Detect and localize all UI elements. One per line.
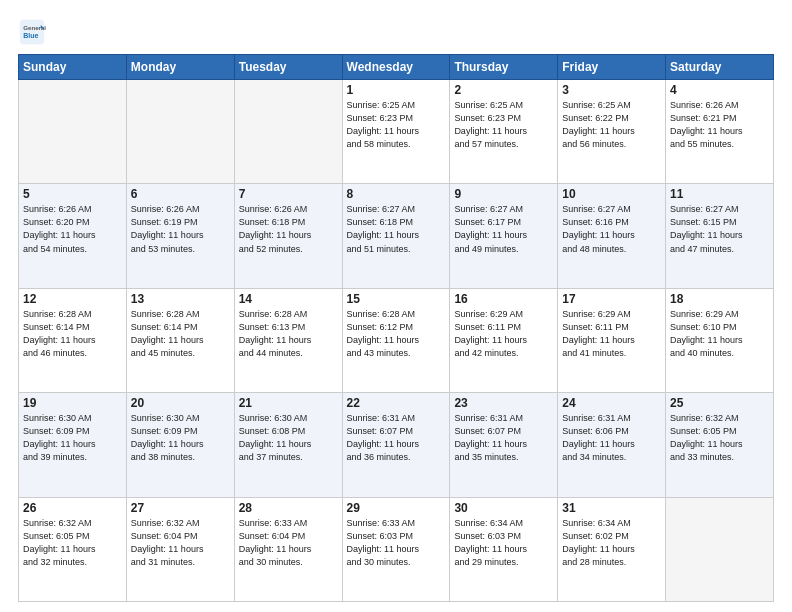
- day-info: Sunrise: 6:32 AM Sunset: 6:05 PM Dayligh…: [670, 412, 769, 464]
- calendar-cell: 6Sunrise: 6:26 AM Sunset: 6:19 PM Daylig…: [126, 184, 234, 288]
- day-number: 29: [347, 501, 446, 515]
- day-info: Sunrise: 6:27 AM Sunset: 6:15 PM Dayligh…: [670, 203, 769, 255]
- day-info: Sunrise: 6:31 AM Sunset: 6:07 PM Dayligh…: [347, 412, 446, 464]
- weekday-header-tuesday: Tuesday: [234, 55, 342, 80]
- day-info: Sunrise: 6:30 AM Sunset: 6:09 PM Dayligh…: [23, 412, 122, 464]
- calendar-cell: 31Sunrise: 6:34 AM Sunset: 6:02 PM Dayli…: [558, 497, 666, 601]
- calendar-cell: 12Sunrise: 6:28 AM Sunset: 6:14 PM Dayli…: [19, 288, 127, 392]
- day-number: 12: [23, 292, 122, 306]
- day-info: Sunrise: 6:27 AM Sunset: 6:16 PM Dayligh…: [562, 203, 661, 255]
- logo-icon: General Blue: [18, 18, 46, 46]
- calendar-cell: 27Sunrise: 6:32 AM Sunset: 6:04 PM Dayli…: [126, 497, 234, 601]
- calendar-cell: 8Sunrise: 6:27 AM Sunset: 6:18 PM Daylig…: [342, 184, 450, 288]
- weekday-header-wednesday: Wednesday: [342, 55, 450, 80]
- day-number: 20: [131, 396, 230, 410]
- day-info: Sunrise: 6:25 AM Sunset: 6:23 PM Dayligh…: [347, 99, 446, 151]
- calendar-cell: [126, 80, 234, 184]
- day-number: 28: [239, 501, 338, 515]
- day-info: Sunrise: 6:28 AM Sunset: 6:14 PM Dayligh…: [131, 308, 230, 360]
- weekday-header-row: SundayMondayTuesdayWednesdayThursdayFrid…: [19, 55, 774, 80]
- day-info: Sunrise: 6:32 AM Sunset: 6:04 PM Dayligh…: [131, 517, 230, 569]
- day-info: Sunrise: 6:29 AM Sunset: 6:10 PM Dayligh…: [670, 308, 769, 360]
- calendar-cell: 2Sunrise: 6:25 AM Sunset: 6:23 PM Daylig…: [450, 80, 558, 184]
- calendar-cell: 5Sunrise: 6:26 AM Sunset: 6:20 PM Daylig…: [19, 184, 127, 288]
- week-row-5: 26Sunrise: 6:32 AM Sunset: 6:05 PM Dayli…: [19, 497, 774, 601]
- day-number: 26: [23, 501, 122, 515]
- day-number: 25: [670, 396, 769, 410]
- calendar-cell: [234, 80, 342, 184]
- day-info: Sunrise: 6:28 AM Sunset: 6:14 PM Dayligh…: [23, 308, 122, 360]
- day-info: Sunrise: 6:30 AM Sunset: 6:09 PM Dayligh…: [131, 412, 230, 464]
- calendar-cell: 29Sunrise: 6:33 AM Sunset: 6:03 PM Dayli…: [342, 497, 450, 601]
- calendar-cell: 19Sunrise: 6:30 AM Sunset: 6:09 PM Dayli…: [19, 393, 127, 497]
- day-number: 5: [23, 187, 122, 201]
- day-number: 9: [454, 187, 553, 201]
- calendar-cell: 22Sunrise: 6:31 AM Sunset: 6:07 PM Dayli…: [342, 393, 450, 497]
- calendar-cell: 4Sunrise: 6:26 AM Sunset: 6:21 PM Daylig…: [666, 80, 774, 184]
- day-info: Sunrise: 6:26 AM Sunset: 6:21 PM Dayligh…: [670, 99, 769, 151]
- day-info: Sunrise: 6:32 AM Sunset: 6:05 PM Dayligh…: [23, 517, 122, 569]
- day-info: Sunrise: 6:29 AM Sunset: 6:11 PM Dayligh…: [454, 308, 553, 360]
- day-info: Sunrise: 6:28 AM Sunset: 6:12 PM Dayligh…: [347, 308, 446, 360]
- day-number: 3: [562, 83, 661, 97]
- day-info: Sunrise: 6:29 AM Sunset: 6:11 PM Dayligh…: [562, 308, 661, 360]
- day-info: Sunrise: 6:26 AM Sunset: 6:20 PM Dayligh…: [23, 203, 122, 255]
- weekday-header-sunday: Sunday: [19, 55, 127, 80]
- day-info: Sunrise: 6:31 AM Sunset: 6:07 PM Dayligh…: [454, 412, 553, 464]
- day-info: Sunrise: 6:33 AM Sunset: 6:03 PM Dayligh…: [347, 517, 446, 569]
- day-number: 16: [454, 292, 553, 306]
- weekday-header-monday: Monday: [126, 55, 234, 80]
- logo: General Blue: [18, 18, 50, 46]
- calendar-cell: 7Sunrise: 6:26 AM Sunset: 6:18 PM Daylig…: [234, 184, 342, 288]
- day-info: Sunrise: 6:30 AM Sunset: 6:08 PM Dayligh…: [239, 412, 338, 464]
- day-number: 27: [131, 501, 230, 515]
- day-number: 1: [347, 83, 446, 97]
- day-number: 15: [347, 292, 446, 306]
- header: General Blue: [18, 16, 774, 46]
- day-number: 11: [670, 187, 769, 201]
- week-row-4: 19Sunrise: 6:30 AM Sunset: 6:09 PM Dayli…: [19, 393, 774, 497]
- calendar-cell: 3Sunrise: 6:25 AM Sunset: 6:22 PM Daylig…: [558, 80, 666, 184]
- day-number: 7: [239, 187, 338, 201]
- day-info: Sunrise: 6:34 AM Sunset: 6:02 PM Dayligh…: [562, 517, 661, 569]
- day-number: 17: [562, 292, 661, 306]
- calendar-cell: 16Sunrise: 6:29 AM Sunset: 6:11 PM Dayli…: [450, 288, 558, 392]
- calendar-cell: 21Sunrise: 6:30 AM Sunset: 6:08 PM Dayli…: [234, 393, 342, 497]
- calendar-cell: 9Sunrise: 6:27 AM Sunset: 6:17 PM Daylig…: [450, 184, 558, 288]
- calendar-cell: 26Sunrise: 6:32 AM Sunset: 6:05 PM Dayli…: [19, 497, 127, 601]
- calendar: SundayMondayTuesdayWednesdayThursdayFrid…: [18, 54, 774, 602]
- calendar-cell: 20Sunrise: 6:30 AM Sunset: 6:09 PM Dayli…: [126, 393, 234, 497]
- calendar-cell: 30Sunrise: 6:34 AM Sunset: 6:03 PM Dayli…: [450, 497, 558, 601]
- calendar-cell: 11Sunrise: 6:27 AM Sunset: 6:15 PM Dayli…: [666, 184, 774, 288]
- day-info: Sunrise: 6:31 AM Sunset: 6:06 PM Dayligh…: [562, 412, 661, 464]
- calendar-cell: 1Sunrise: 6:25 AM Sunset: 6:23 PM Daylig…: [342, 80, 450, 184]
- day-number: 19: [23, 396, 122, 410]
- calendar-cell: 23Sunrise: 6:31 AM Sunset: 6:07 PM Dayli…: [450, 393, 558, 497]
- day-info: Sunrise: 6:27 AM Sunset: 6:18 PM Dayligh…: [347, 203, 446, 255]
- day-number: 24: [562, 396, 661, 410]
- day-number: 23: [454, 396, 553, 410]
- week-row-1: 1Sunrise: 6:25 AM Sunset: 6:23 PM Daylig…: [19, 80, 774, 184]
- day-info: Sunrise: 6:27 AM Sunset: 6:17 PM Dayligh…: [454, 203, 553, 255]
- day-number: 14: [239, 292, 338, 306]
- calendar-cell: 17Sunrise: 6:29 AM Sunset: 6:11 PM Dayli…: [558, 288, 666, 392]
- weekday-header-friday: Friday: [558, 55, 666, 80]
- calendar-cell: [666, 497, 774, 601]
- day-number: 22: [347, 396, 446, 410]
- svg-text:Blue: Blue: [23, 32, 38, 39]
- day-number: 13: [131, 292, 230, 306]
- day-info: Sunrise: 6:26 AM Sunset: 6:18 PM Dayligh…: [239, 203, 338, 255]
- calendar-cell: 13Sunrise: 6:28 AM Sunset: 6:14 PM Dayli…: [126, 288, 234, 392]
- day-info: Sunrise: 6:25 AM Sunset: 6:22 PM Dayligh…: [562, 99, 661, 151]
- calendar-cell: 14Sunrise: 6:28 AM Sunset: 6:13 PM Dayli…: [234, 288, 342, 392]
- calendar-cell: 25Sunrise: 6:32 AM Sunset: 6:05 PM Dayli…: [666, 393, 774, 497]
- day-number: 21: [239, 396, 338, 410]
- day-info: Sunrise: 6:28 AM Sunset: 6:13 PM Dayligh…: [239, 308, 338, 360]
- calendar-cell: [19, 80, 127, 184]
- day-number: 18: [670, 292, 769, 306]
- calendar-cell: 10Sunrise: 6:27 AM Sunset: 6:16 PM Dayli…: [558, 184, 666, 288]
- day-number: 8: [347, 187, 446, 201]
- weekday-header-saturday: Saturday: [666, 55, 774, 80]
- day-info: Sunrise: 6:33 AM Sunset: 6:04 PM Dayligh…: [239, 517, 338, 569]
- day-number: 10: [562, 187, 661, 201]
